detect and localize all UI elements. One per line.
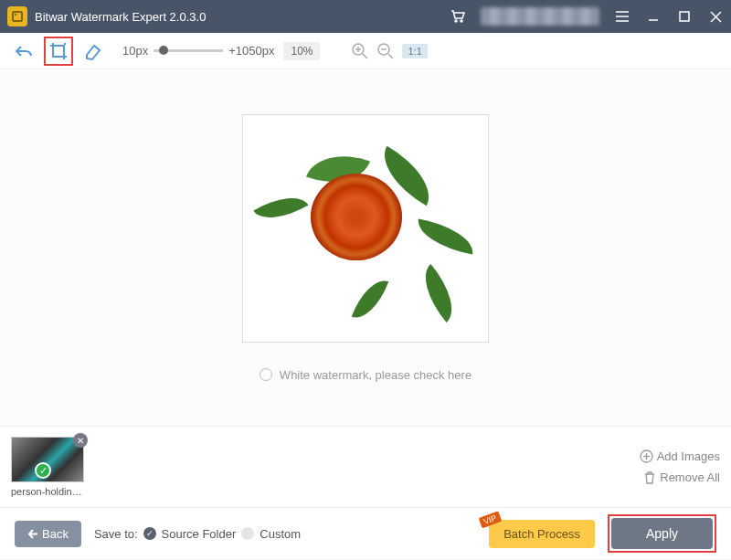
zoom-out-button[interactable] bbox=[373, 38, 398, 64]
close-icon[interactable] bbox=[707, 8, 724, 25]
slider-min-label: 10px bbox=[122, 44, 148, 58]
eraser-button[interactable] bbox=[79, 37, 108, 66]
custom-folder-radio[interactable] bbox=[241, 527, 254, 540]
maximize-icon[interactable] bbox=[676, 8, 693, 25]
back-button[interactable]: Back bbox=[15, 521, 81, 547]
thumbnail-remove-icon[interactable]: ✕ bbox=[73, 433, 88, 448]
svg-rect-0 bbox=[13, 12, 22, 21]
zoom-percentage: 10% bbox=[283, 42, 320, 60]
size-slider[interactable] bbox=[154, 49, 223, 52]
remove-all-button[interactable]: Remove All bbox=[643, 470, 720, 484]
thumbnail-item[interactable]: ✓ ✕ person-holding-fil... bbox=[11, 437, 88, 497]
svg-rect-8 bbox=[680, 12, 689, 21]
crop-button[interactable] bbox=[44, 37, 73, 66]
zoom-in-button[interactable] bbox=[347, 38, 373, 64]
checkbox-icon bbox=[260, 368, 272, 381]
svg-line-18 bbox=[388, 54, 393, 58]
apply-button[interactable]: Apply bbox=[611, 518, 713, 549]
image-preview[interactable] bbox=[242, 114, 489, 343]
aspect-ratio-button[interactable]: 1:1 bbox=[402, 44, 427, 58]
saveto-label: Save to: bbox=[94, 527, 138, 541]
batch-process-button[interactable]: VIP Batch Process bbox=[489, 520, 595, 548]
svg-point-1 bbox=[15, 14, 16, 16]
selected-check-icon: ✓ bbox=[35, 462, 51, 479]
undo-button[interactable] bbox=[9, 37, 38, 66]
window-title: Bitwar Watermark Expert 2.0.3.0 bbox=[35, 10, 450, 24]
svg-point-2 bbox=[455, 20, 457, 22]
source-folder-label: Source Folder bbox=[162, 527, 237, 541]
thumbnail-label: person-holding-fil... bbox=[11, 486, 84, 497]
menu-icon[interactable] bbox=[614, 8, 630, 25]
user-area-redacted bbox=[481, 7, 599, 26]
cart-icon[interactable] bbox=[450, 8, 466, 25]
custom-folder-label: Custom bbox=[260, 527, 301, 541]
add-images-button[interactable]: Add Images bbox=[640, 449, 720, 463]
svg-point-3 bbox=[461, 20, 462, 22]
canvas-area: White watermark, please check here bbox=[0, 69, 731, 426]
vip-badge: VIP bbox=[479, 511, 502, 528]
white-watermark-checkbox[interactable]: White watermark, please check here bbox=[260, 368, 471, 382]
slider-max-label: +1050px bbox=[228, 44, 274, 58]
source-folder-radio[interactable] bbox=[143, 527, 156, 540]
thumbnail-image: ✓ ✕ bbox=[11, 437, 84, 482]
svg-line-14 bbox=[363, 54, 367, 58]
app-logo bbox=[7, 6, 27, 26]
white-watermark-label: White watermark, please check here bbox=[280, 368, 471, 382]
minimize-icon[interactable] bbox=[645, 8, 662, 25]
